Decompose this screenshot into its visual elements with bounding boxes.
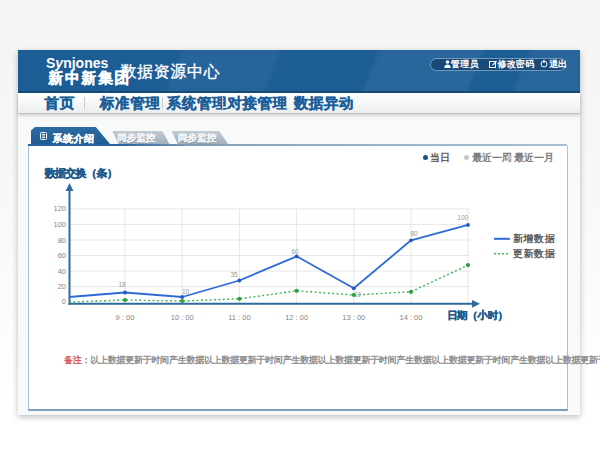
svg-text:120: 120 <box>53 204 66 213</box>
svg-text:10: 10 <box>354 291 362 298</box>
svg-text:60: 60 <box>291 248 299 255</box>
svg-text:100: 100 <box>53 220 66 229</box>
svg-text:100: 100 <box>457 214 468 221</box>
svg-text:80: 80 <box>410 230 418 237</box>
svg-text:10 : 00: 10 : 00 <box>171 313 194 322</box>
svg-text:18: 18 <box>118 281 126 288</box>
svg-text:12 : 00: 12 : 00 <box>285 313 308 322</box>
svg-text:14 : 00: 14 : 00 <box>400 313 423 322</box>
svg-text:35: 35 <box>230 271 238 278</box>
svg-text:40: 40 <box>58 267 66 276</box>
svg-text:0: 0 <box>62 297 66 306</box>
svg-text:13 : 00: 13 : 00 <box>342 313 365 322</box>
svg-text:20: 20 <box>58 282 66 291</box>
svg-text:80: 80 <box>58 236 66 245</box>
svg-text:11 : 00: 11 : 00 <box>228 313 250 322</box>
svg-text:9 : 00: 9 : 00 <box>116 313 135 322</box>
svg-text:10: 10 <box>182 288 190 295</box>
svg-text:60: 60 <box>58 251 66 260</box>
